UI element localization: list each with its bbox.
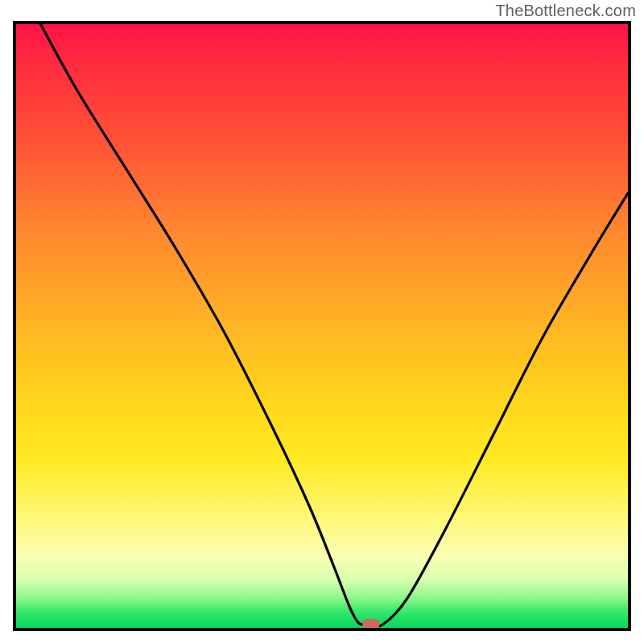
chart-area — [13, 21, 631, 631]
optimal-point-marker — [362, 619, 380, 629]
watermark-text: TheBottleneck.com — [495, 2, 636, 20]
bottleneck-curve-line — [16, 24, 628, 628]
